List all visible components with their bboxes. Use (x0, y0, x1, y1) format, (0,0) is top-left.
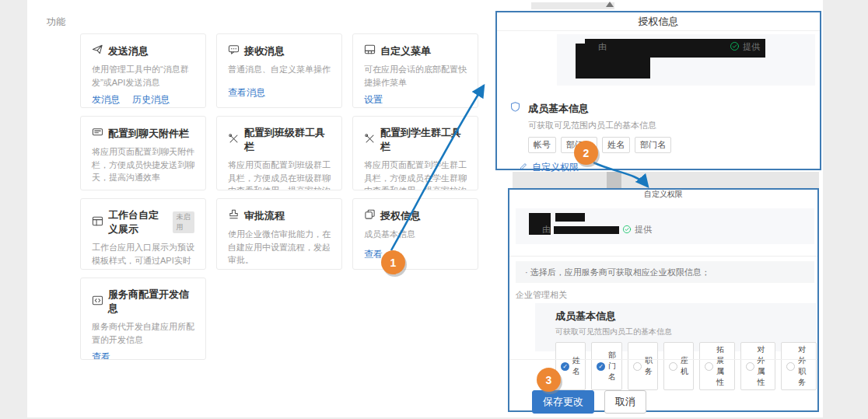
card-description: 将应用页面配置到聊天附件栏，方便成员快捷发送到聊天，提高沟通效率 (92, 145, 194, 184)
member-basic-info-section: 成员基本信息 可获取可见范围内员工的基本信息 帐号部门ID姓名部门名 自定义权限 (509, 101, 807, 174)
card-title: 配置到学生群工具栏 (380, 126, 467, 154)
custom-permission-panel-title: 自定义权限 (509, 190, 817, 199)
card-link[interactable]: 设置 (364, 93, 383, 106)
chat-attachment-icon (92, 126, 103, 141)
checkbox-label: 部门名 (608, 350, 617, 382)
scrollbar-thumb[interactable] (607, 172, 621, 188)
provided-by-suffix: 提供 (743, 41, 760, 53)
scroll-up-icon[interactable] (606, 2, 614, 7)
divider (509, 359, 817, 360)
feature-card-5: 配置到班级群工具栏将应用页面配置到班级群工具栏，方便成员在班级群聊中查看和使用，… (216, 116, 342, 190)
card-description: 服务商代开发自建应用所配置的开发信息 (92, 320, 194, 346)
custom-menu-icon (364, 44, 376, 58)
step-badge-2: 2 (574, 141, 598, 165)
save-changes-button[interactable]: 保存更改 (532, 390, 594, 414)
card-title: 工作台自定义展示 (108, 208, 166, 236)
feature-card-1: 发送消息使用管理工具中的“消息群发”或API发送消息发消息历史消息 (80, 33, 206, 108)
divider (509, 256, 817, 257)
granted-field-tags: 帐号部门ID姓名部门名 (528, 137, 807, 153)
provided-by-line: 由 提供 (542, 224, 652, 236)
custom-permission-link[interactable]: 自定义权限 (532, 161, 579, 174)
member-basic-info-section: 成员基本信息 可获取可见范围内员工的基本信息 ✓姓名✓部门名职务座机拓展属性对外… (535, 303, 817, 351)
shield-icon (509, 101, 521, 116)
permission-checkbox-unchecked[interactable]: 对外属性 (740, 342, 776, 390)
card-action-links: 查看 (364, 243, 467, 261)
status-badge: 未启用 (173, 211, 194, 233)
checkbox-checked-icon: ✓ (597, 362, 605, 371)
toolbar-icon (228, 133, 240, 148)
checkbox-unchecked-icon (669, 362, 677, 371)
code-icon (92, 295, 103, 309)
message-bubble-icon (228, 44, 240, 58)
field-tag: 帐号 (528, 137, 556, 153)
cancel-button[interactable]: 取消 (604, 390, 646, 414)
auth-info-panel: 授权信息 由 提供 成员基本信息 可获取可见范围内员工的基本信息 帐号部门ID姓… (495, 11, 821, 170)
check-circle-icon (730, 41, 740, 53)
feature-card-3: 自定义菜单可在应用会话的底部配置快捷操作菜单设置 (352, 33, 478, 108)
permission-checkbox-checked[interactable]: ✓部门名 (591, 342, 622, 390)
provided-by-suffix: 提供 (635, 224, 652, 236)
pencil-icon (519, 160, 528, 174)
feature-card-8: 审批流程使用企业微信审批能力，在自建应用中设置流程，发起审批。前往设置 (216, 198, 342, 270)
checkbox-label: 对外属性 (758, 344, 771, 388)
toolbar-icon (364, 133, 376, 148)
field-tag: 姓名 (602, 137, 630, 153)
feature-card-7: 工作台自定义展示未启用工作台应用入口展示为预设模板样式，可通过API实时更新内容… (80, 198, 206, 270)
function-section-label: 功能 (47, 16, 65, 29)
card-action-links: 配置 (92, 184, 194, 191)
provided-by-prefix: 由 (542, 224, 551, 236)
card-title: 发送消息 (108, 44, 149, 58)
step-badge-3: 3 (537, 368, 561, 392)
card-action-links: 发消息历史消息 (92, 89, 194, 106)
feature-card-9: 授权信息成员基本信息查看 (352, 198, 478, 270)
redacted-provider-name (554, 226, 619, 234)
auth-copy-icon (364, 208, 376, 223)
feature-card-4: 配置到聊天附件栏将应用页面配置到聊天附件栏，方便成员快捷发送到聊天，提高沟通效率… (80, 116, 206, 190)
permission-checkbox-unchecked[interactable]: 对外职务 (781, 342, 817, 390)
permission-checkbox-unchecked[interactable]: 职务 (628, 342, 658, 390)
card-action-links: 设置 (364, 89, 467, 106)
redacted-app-name (555, 213, 585, 222)
send-icon (92, 44, 103, 58)
card-link[interactable]: 查看 (364, 248, 383, 261)
section-desc: 可获取可见范围内员工的基本信息 (528, 120, 807, 131)
checkbox-unchecked-icon (786, 362, 795, 371)
checkbox-label: 对外职务 (798, 344, 811, 388)
feature-card-2: 接收消息普通消息、自定义菜单操作查看消息 (216, 33, 342, 108)
checkbox-label: 拓展属性 (716, 344, 730, 388)
card-action-links: 前往设置 (228, 267, 331, 271)
card-title: 自定义菜单 (380, 44, 431, 58)
card-description: 使用企业微信审批能力，在自建应用中设置流程，发起审批。 (228, 228, 331, 267)
feature-card-grid: 发送消息使用管理工具中的“消息群发”或API发送消息发消息历史消息接收消息普通消… (80, 33, 478, 360)
provided-by-prefix: 由 (598, 41, 607, 53)
card-link[interactable]: 配置 (92, 189, 110, 191)
section-title: 成员基本信息 (528, 102, 589, 116)
check-circle-icon (622, 225, 632, 236)
permission-notice: · 选择后，应用服务商可获取相应企业权限信息； (516, 261, 814, 283)
checkbox-unchecked-icon (633, 362, 642, 371)
card-link[interactable]: 历史消息 (132, 93, 170, 106)
card-title: 配置到班级群工具栏 (244, 126, 331, 154)
checkbox-unchecked-icon (705, 362, 713, 371)
card-action-links: 查看消息 (228, 82, 331, 100)
card-description: 普通消息、自定义菜单操作 (228, 63, 331, 76)
permission-checkbox-unchecked[interactable]: 座机 (663, 342, 694, 390)
checkbox-checked-icon: ✓ (561, 362, 569, 371)
card-description: 可在应用会话的底部配置快捷操作菜单 (364, 63, 467, 89)
card-title: 配置到聊天附件栏 (108, 127, 189, 141)
field-tag: 部门名 (635, 137, 671, 153)
card-link[interactable]: 查看 (92, 351, 110, 360)
permission-checkbox-row: ✓姓名✓部门名职务座机拓展属性对外属性对外职务 (555, 342, 817, 390)
card-title: 服务商配置开发信息 (108, 288, 194, 316)
card-title: 审批流程 (244, 209, 285, 223)
card-description: 使用管理工具中的“消息群发”或API发送消息 (92, 63, 194, 89)
step-badge-1: 1 (381, 250, 405, 274)
checkbox-unchecked-icon (746, 362, 754, 371)
card-link[interactable]: 查看消息 (228, 86, 265, 100)
auth-info-panel-title: 授权信息 (497, 12, 820, 31)
window-scroll-track (531, 2, 614, 9)
card-link[interactable]: 发消息 (92, 93, 120, 106)
feature-card-10: 服务商配置开发信息服务商代开发自建应用所配置的开发信息查看 (80, 278, 206, 360)
card-description: 工作台应用入口展示为预设模板样式，可通过API实时更新内容 (92, 241, 194, 270)
permission-checkbox-unchecked[interactable]: 拓展属性 (699, 342, 735, 390)
